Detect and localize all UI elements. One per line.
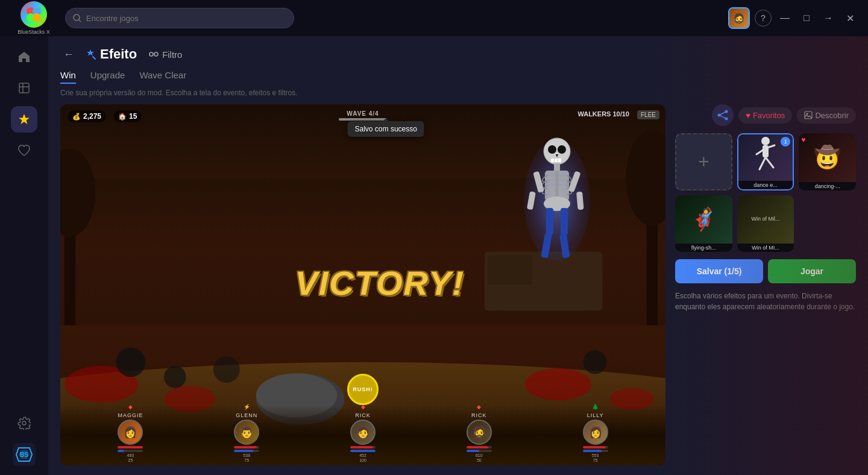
effect-card-dancing[interactable]: 🤠 ♥ dancing-...: [799, 133, 856, 190]
char-rick2-hp: 610: [476, 453, 483, 458]
shield-icon: 🏠: [118, 113, 127, 121]
effect-dancing-bg: 🤠: [799, 133, 856, 182]
wave-text: WAVE 4/4: [339, 110, 387, 117]
svg-rect-6: [19, 83, 29, 93]
panel-top-row: ♥ Favoritos Descobrir: [675, 104, 856, 126]
svg-line-57: [719, 115, 726, 119]
sidebar-item-favorites[interactable]: [11, 137, 37, 164]
dancing-emoji: 🤠: [814, 145, 841, 170]
avatar-image: 🧔: [729, 8, 749, 28]
char-lilly-avatar: 👩: [583, 420, 608, 445]
forward-button[interactable]: →: [820, 10, 837, 27]
gold-value: 2,275: [83, 112, 101, 121]
shield-value: 15: [129, 112, 137, 121]
page-title: Efeito: [84, 46, 137, 62]
sidebar-item-starred[interactable]: [11, 106, 37, 133]
close-button[interactable]: ✕: [841, 10, 858, 27]
forward-icon: →: [823, 13, 833, 24]
char-glenn: ⚡ GLENN 👨 538 75: [234, 404, 259, 462]
help-button[interactable]: ?: [755, 10, 772, 27]
avatar-button[interactable]: 🧔: [728, 7, 750, 29]
subtitle-text: Crie sua própria versão do mod. Escolha …: [60, 89, 856, 97]
favoritos-button[interactable]: ♥ Favoritos: [738, 107, 792, 124]
app-logo: BlueStacks X: [10, 1, 58, 35]
close-icon: ✕: [846, 13, 854, 24]
dancing-card-label: dancing-...: [799, 182, 856, 190]
char-rick-center-stats: 452 100: [359, 453, 366, 462]
maximize-button[interactable]: □: [798, 10, 815, 27]
descobrir-image-icon: [804, 111, 813, 119]
svg-point-7: [22, 421, 26, 425]
skeleton-dance-icon: [750, 136, 781, 178]
share-button[interactable]: [712, 104, 734, 126]
sidebar-bluestacks-logo[interactable]: BS: [11, 441, 37, 468]
tab-win[interactable]: Win: [60, 70, 76, 84]
char-glenn-stats: 538 75: [243, 453, 250, 462]
effect-card-dance[interactable]: 1 dance e...: [737, 133, 794, 190]
char-rick-hp-bar: [350, 446, 376, 448]
svg-rect-40: [558, 159, 561, 162]
tab-upgrade[interactable]: Upgrade: [90, 70, 125, 84]
add-icon: +: [698, 151, 709, 173]
search-icon: [73, 14, 81, 22]
minimize-button[interactable]: —: [776, 10, 793, 27]
char-rick2-stats: 610 50: [476, 453, 483, 462]
svg-point-59: [807, 113, 808, 115]
char-glenn-hp: 538: [243, 453, 250, 458]
flying-emoji: 🦸: [690, 207, 717, 232]
effects-grid: +: [675, 133, 856, 252]
char-rick-center-avatar: 🧑: [350, 420, 376, 445]
search-input[interactable]: [86, 14, 286, 23]
search-bar[interactable]: [65, 8, 294, 28]
dance-badge-count: 1: [784, 139, 787, 145]
app-name-label: BlueStacks X: [17, 29, 50, 35]
char-lilly-hp-bar: [583, 446, 608, 448]
descobrir-button[interactable]: Descobrir: [797, 107, 856, 124]
gold-stat: 💰 2,275: [68, 110, 106, 122]
char-maggie-sp-bar: [118, 450, 143, 452]
effect-add-card[interactable]: +: [675, 133, 732, 190]
filter-label: Filtro: [162, 49, 182, 60]
char-rick-center-hp: 452: [359, 453, 366, 458]
char-lilly-hp: 553: [592, 453, 599, 458]
play-button[interactable]: Jogar: [768, 259, 856, 283]
filter-button[interactable]: Filtro: [149, 49, 182, 60]
help-icon: ?: [761, 13, 766, 23]
effect-card-flying[interactable]: 🦸 flying-sh...: [675, 195, 732, 253]
rush-button[interactable]: RUSH!: [347, 374, 379, 405]
svg-point-14: [154, 52, 158, 56]
svg-rect-39: [555, 159, 558, 162]
svg-rect-41: [554, 163, 560, 171]
sidebar-item-settings[interactable]: [11, 410, 37, 436]
page-header: ← Efeito Filtro: [60, 46, 856, 63]
char-glenn-sp-bar: [234, 450, 259, 452]
sidebar-item-store[interactable]: [11, 75, 37, 101]
char-rick-center: ◆ RICK 🧑 452 100: [350, 404, 376, 462]
tab-wave-clear-label: Wave Clear: [139, 70, 186, 80]
svg-line-64: [760, 157, 766, 169]
save-button[interactable]: Salvar (1/5): [675, 259, 763, 283]
char-rick2-sp: 50: [477, 458, 482, 462]
char-lilly-sp: 75: [593, 458, 598, 462]
gold-icon: 💰: [72, 113, 81, 121]
char-glenn-lightning-icon: ⚡: [244, 404, 250, 410]
effect-card-win[interactable]: Win of Mil... Win of MI...: [737, 195, 794, 253]
svg-point-4: [74, 14, 80, 20]
descobrir-label: Descobrir: [815, 111, 849, 120]
char-rick2: ◆ RICK 🧔 610 50: [467, 404, 492, 462]
flee-button[interactable]: FLEE: [637, 110, 659, 119]
right-panel: ♥ Favoritos Descobrir: [675, 104, 856, 465]
save-tooltip-text: Salvo com sucesso: [355, 125, 417, 133]
maximize-icon: □: [804, 13, 810, 24]
char-rick-center-sp: 100: [359, 458, 366, 462]
char-glenn-hp-bar: [234, 446, 259, 448]
back-button[interactable]: ←: [60, 46, 77, 63]
sidebar-item-home[interactable]: [11, 43, 37, 70]
char-lilly-sp-bar: [583, 450, 608, 452]
shield-stat: 🏠 15: [113, 110, 142, 122]
char-lilly-name: LILLY: [587, 412, 604, 418]
content-row: 💰 2,275 🏠 15 WAVE 4/4: [60, 104, 856, 465]
svg-line-12: [93, 57, 95, 59]
svg-rect-43: [555, 171, 559, 201]
tab-wave-clear[interactable]: Wave Clear: [139, 70, 186, 84]
